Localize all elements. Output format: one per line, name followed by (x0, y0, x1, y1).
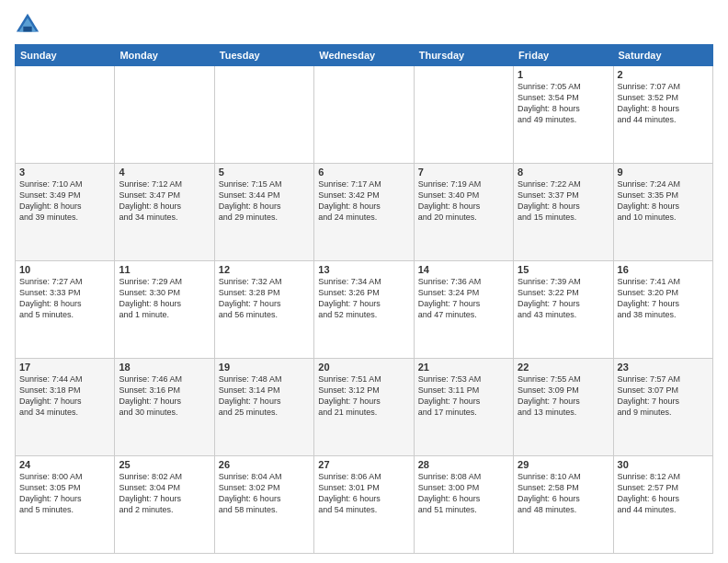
logo (15, 11, 44, 37)
day-info: Sunrise: 7:46 AM Sunset: 3:16 PM Dayligh… (119, 373, 210, 419)
week-row-5: 24Sunrise: 8:00 AM Sunset: 3:05 PM Dayli… (16, 456, 713, 554)
day-number: 17 (19, 362, 110, 373)
day-number: 25 (119, 459, 210, 470)
day-number: 15 (518, 264, 609, 275)
calendar-page: SundayMondayTuesdayWednesdayThursdayFrid… (0, 0, 728, 563)
day-info: Sunrise: 7:34 AM Sunset: 3:26 PM Dayligh… (318, 276, 409, 321)
day-cell: 28Sunrise: 8:08 AM Sunset: 3:00 PM Dayli… (414, 456, 513, 554)
day-info: Sunrise: 8:04 AM Sunset: 3:02 PM Dayligh… (219, 471, 310, 516)
day-cell: 25Sunrise: 8:02 AM Sunset: 3:04 PM Dayli… (115, 456, 214, 554)
day-number: 14 (418, 264, 509, 275)
day-cell: 1Sunrise: 7:05 AM Sunset: 3:54 PM Daylig… (514, 66, 613, 164)
day-number: 23 (618, 362, 709, 373)
week-row-1: 1Sunrise: 7:05 AM Sunset: 3:54 PM Daylig… (16, 66, 713, 164)
day-number: 1 (518, 69, 609, 80)
day-number: 9 (618, 167, 709, 178)
day-cell: 4Sunrise: 7:12 AM Sunset: 3:47 PM Daylig… (115, 164, 214, 261)
day-number: 8 (518, 167, 609, 178)
day-number: 13 (318, 264, 409, 275)
day-info: Sunrise: 7:53 AM Sunset: 3:11 PM Dayligh… (418, 373, 509, 419)
day-info: Sunrise: 7:19 AM Sunset: 3:40 PM Dayligh… (418, 178, 509, 224)
day-info: Sunrise: 8:08 AM Sunset: 3:00 PM Dayligh… (418, 471, 509, 516)
day-cell (115, 66, 214, 164)
day-number: 28 (418, 459, 509, 470)
day-info: Sunrise: 7:07 AM Sunset: 3:52 PM Dayligh… (618, 81, 709, 126)
day-info: Sunrise: 7:36 AM Sunset: 3:24 PM Dayligh… (418, 276, 509, 321)
day-cell: 14Sunrise: 7:36 AM Sunset: 3:24 PM Dayli… (414, 261, 513, 359)
day-number: 22 (518, 362, 609, 373)
day-cell: 30Sunrise: 8:12 AM Sunset: 2:57 PM Dayli… (613, 456, 712, 554)
header (15, 11, 713, 37)
day-info: Sunrise: 7:12 AM Sunset: 3:47 PM Dayligh… (119, 178, 210, 224)
col-header-thursday: Thursday (414, 45, 513, 66)
day-cell: 16Sunrise: 7:41 AM Sunset: 3:20 PM Dayli… (613, 261, 712, 359)
day-cell: 10Sunrise: 7:27 AM Sunset: 3:33 PM Dayli… (16, 261, 115, 359)
day-cell (16, 66, 115, 164)
day-info: Sunrise: 8:12 AM Sunset: 2:57 PM Dayligh… (618, 471, 709, 516)
day-cell: 29Sunrise: 8:10 AM Sunset: 2:58 PM Dayli… (514, 456, 613, 554)
day-info: Sunrise: 7:15 AM Sunset: 3:44 PM Dayligh… (219, 178, 310, 224)
day-number: 5 (219, 167, 310, 178)
day-cell: 9Sunrise: 7:24 AM Sunset: 3:35 PM Daylig… (613, 164, 712, 261)
day-cell: 24Sunrise: 8:00 AM Sunset: 3:05 PM Dayli… (16, 456, 115, 554)
day-cell: 3Sunrise: 7:10 AM Sunset: 3:49 PM Daylig… (16, 164, 115, 261)
day-cell: 11Sunrise: 7:29 AM Sunset: 3:30 PM Dayli… (115, 261, 214, 359)
col-header-wednesday: Wednesday (314, 45, 414, 66)
day-number: 26 (219, 459, 310, 470)
day-number: 29 (518, 459, 609, 470)
day-number: 10 (19, 264, 110, 275)
day-cell: 6Sunrise: 7:17 AM Sunset: 3:42 PM Daylig… (314, 164, 414, 261)
day-cell (214, 66, 313, 164)
day-info: Sunrise: 7:22 AM Sunset: 3:37 PM Dayligh… (518, 178, 609, 224)
col-header-friday: Friday (514, 45, 613, 66)
day-number: 24 (19, 459, 110, 470)
day-cell: 2Sunrise: 7:07 AM Sunset: 3:52 PM Daylig… (613, 66, 712, 164)
day-cell: 7Sunrise: 7:19 AM Sunset: 3:40 PM Daylig… (414, 164, 513, 261)
day-cell: 12Sunrise: 7:32 AM Sunset: 3:28 PM Dayli… (214, 261, 313, 359)
day-cell: 20Sunrise: 7:51 AM Sunset: 3:12 PM Dayli… (314, 359, 414, 456)
day-number: 6 (318, 167, 409, 178)
col-header-sunday: Sunday (16, 45, 115, 66)
day-info: Sunrise: 7:29 AM Sunset: 3:30 PM Dayligh… (119, 276, 210, 321)
week-row-3: 10Sunrise: 7:27 AM Sunset: 3:33 PM Dayli… (16, 261, 713, 359)
day-cell (314, 66, 414, 164)
day-cell: 15Sunrise: 7:39 AM Sunset: 3:22 PM Dayli… (514, 261, 613, 359)
day-cell: 26Sunrise: 8:04 AM Sunset: 3:02 PM Dayli… (214, 456, 313, 554)
col-header-monday: Monday (115, 45, 214, 66)
day-cell: 17Sunrise: 7:44 AM Sunset: 3:18 PM Dayli… (16, 359, 115, 456)
day-info: Sunrise: 7:32 AM Sunset: 3:28 PM Dayligh… (219, 276, 310, 321)
day-info: Sunrise: 7:24 AM Sunset: 3:35 PM Dayligh… (618, 178, 709, 224)
day-info: Sunrise: 7:17 AM Sunset: 3:42 PM Dayligh… (318, 178, 409, 224)
day-number: 16 (618, 264, 709, 275)
day-info: Sunrise: 7:57 AM Sunset: 3:07 PM Dayligh… (618, 373, 709, 419)
col-header-saturday: Saturday (613, 45, 712, 66)
day-number: 4 (119, 167, 210, 178)
day-number: 30 (618, 459, 709, 470)
logo-icon (15, 11, 40, 37)
day-info: Sunrise: 8:00 AM Sunset: 3:05 PM Dayligh… (19, 471, 110, 516)
calendar-table: SundayMondayTuesdayWednesdayThursdayFrid… (15, 44, 713, 554)
week-row-2: 3Sunrise: 7:10 AM Sunset: 3:49 PM Daylig… (16, 164, 713, 261)
day-cell: 13Sunrise: 7:34 AM Sunset: 3:26 PM Dayli… (314, 261, 414, 359)
day-info: Sunrise: 8:06 AM Sunset: 3:01 PM Dayligh… (318, 471, 409, 516)
day-cell: 21Sunrise: 7:53 AM Sunset: 3:11 PM Dayli… (414, 359, 513, 456)
day-info: Sunrise: 8:02 AM Sunset: 3:04 PM Dayligh… (119, 471, 210, 516)
day-cell: 23Sunrise: 7:57 AM Sunset: 3:07 PM Dayli… (613, 359, 712, 456)
day-cell: 19Sunrise: 7:48 AM Sunset: 3:14 PM Dayli… (214, 359, 313, 456)
col-header-tuesday: Tuesday (214, 45, 313, 66)
day-cell: 27Sunrise: 8:06 AM Sunset: 3:01 PM Dayli… (314, 456, 414, 554)
day-info: Sunrise: 7:44 AM Sunset: 3:18 PM Dayligh… (19, 373, 110, 419)
day-cell (414, 66, 513, 164)
day-number: 2 (618, 69, 709, 80)
day-info: Sunrise: 7:10 AM Sunset: 3:49 PM Dayligh… (19, 178, 110, 224)
day-cell: 8Sunrise: 7:22 AM Sunset: 3:37 PM Daylig… (514, 164, 613, 261)
day-info: Sunrise: 8:10 AM Sunset: 2:58 PM Dayligh… (518, 471, 609, 516)
day-info: Sunrise: 7:48 AM Sunset: 3:14 PM Dayligh… (219, 373, 310, 419)
week-row-4: 17Sunrise: 7:44 AM Sunset: 3:18 PM Dayli… (16, 359, 713, 456)
day-info: Sunrise: 7:39 AM Sunset: 3:22 PM Dayligh… (518, 276, 609, 321)
day-number: 18 (119, 362, 210, 373)
day-number: 11 (119, 264, 210, 275)
day-info: Sunrise: 7:27 AM Sunset: 3:33 PM Dayligh… (19, 276, 110, 321)
day-cell: 22Sunrise: 7:55 AM Sunset: 3:09 PM Dayli… (514, 359, 613, 456)
day-number: 27 (318, 459, 409, 470)
